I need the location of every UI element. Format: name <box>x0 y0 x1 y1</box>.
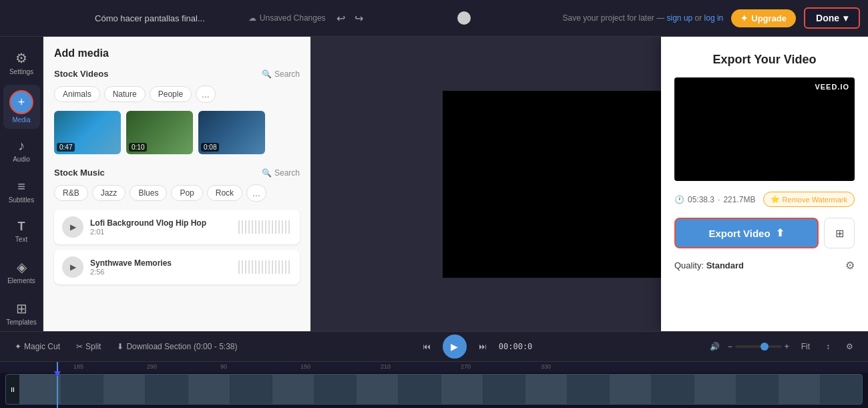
stock-music-search-button[interactable]: 🔍 Search <box>262 168 300 178</box>
grid-icon: ⊞ <box>835 227 844 240</box>
tag-rnb[interactable]: R&B <box>54 185 88 201</box>
stock-videos-header: Stock Videos 🔍 Search <box>54 69 300 79</box>
clock-icon: 🕐 <box>674 195 684 204</box>
music-info-2: Synthwave Memories 2:56 <box>90 258 232 276</box>
audio-icon: ♪ <box>18 138 25 154</box>
play-button-2[interactable]: ▶ <box>62 256 83 278</box>
track-frame-15 <box>610 375 651 404</box>
export-video-button[interactable]: Export Video ⬆ <box>674 218 819 248</box>
export-video-preview: VEED.IO <box>674 77 855 181</box>
save-project-text: Save your project for later — sign up or… <box>562 13 723 23</box>
quality-row: Quality: Standard ⚙ <box>674 259 855 272</box>
track-strip[interactable]: ⏸ <box>5 374 863 405</box>
ruler-mark-4: 210 <box>381 363 391 370</box>
done-button[interactable]: Done ▾ <box>804 7 860 29</box>
tag-nature[interactable]: Nature <box>104 86 146 102</box>
export-duration: 🕐 05:38.3 · 221.7MB <box>674 195 755 204</box>
magic-cut-button[interactable]: ✦ Magic Cut <box>11 339 64 354</box>
export-extra-button[interactable]: ⊞ <box>824 218 855 248</box>
stock-videos-search-button[interactable]: 🔍 Search <box>262 69 300 79</box>
sidebar-item-subtitles[interactable]: ≡ Subtitles <box>3 172 40 210</box>
tag-people[interactable]: People <box>150 86 192 102</box>
track-frame-13 <box>525 375 567 404</box>
elements-icon: ◈ <box>17 259 27 275</box>
zoom-control: − + <box>728 342 789 351</box>
music-list: ▶ Lofi Background Vlog Hip Hop 2:01 ▶ Sy… <box>54 210 300 284</box>
music-wave-2 <box>238 260 292 274</box>
play-pause-button[interactable]: ▶ <box>443 335 467 359</box>
track-frame-19 <box>779 375 820 404</box>
track-frame-8 <box>314 375 356 404</box>
redo-button[interactable]: ↪ <box>352 9 366 27</box>
stock-video-thumb-1[interactable]: 0:47 <box>54 111 121 154</box>
track-frame-11 <box>441 375 483 404</box>
sidebar-item-elements[interactable]: ◈ Elements <box>3 252 40 291</box>
timeline-area: ✦ Magic Cut ✂ Split ⬇ Download Section (… <box>0 331 868 408</box>
tag-pop[interactable]: Pop <box>171 185 202 201</box>
ruler-mark-0: 185 <box>73 363 83 370</box>
tag-blues[interactable]: Blues <box>130 185 167 201</box>
tag-animals[interactable]: Animals <box>54 86 100 102</box>
log-in-link[interactable]: log in <box>704 13 724 23</box>
fast-forward-button[interactable]: ⏭ <box>475 339 491 354</box>
video-duration-3: 0:08 <box>201 143 219 152</box>
track-frame-7 <box>272 375 314 404</box>
download-section-button[interactable]: ⬇ Download Section (0:00 - 5:38) <box>113 339 241 354</box>
timeline-cursor[interactable] <box>57 362 58 408</box>
upgrade-button[interactable]: ✦ Upgrade <box>731 9 796 27</box>
tag-rock[interactable]: Rock <box>207 185 242 201</box>
stock-music-header: Stock Music 🔍 Search <box>54 168 300 178</box>
undo-redo-group: ↩ ↪ <box>334 9 366 27</box>
export-modal: Export Your Video VEED.IO 🕐 05:38.3 · 22… <box>661 37 868 331</box>
sidebar-item-audio[interactable]: ♪ Audio <box>3 132 40 170</box>
ruler-mark-6: 330 <box>541 363 551 370</box>
remove-watermark-button[interactable]: ⭐ Remove Watermark <box>763 192 855 207</box>
video-duration-2: 0:10 <box>129 143 147 152</box>
video-duration-1: 0:47 <box>57 143 75 152</box>
music-duration-1: 2:01 <box>90 228 232 236</box>
sign-up-link[interactable]: sign up <box>667 13 693 23</box>
music-item-2: ▶ Synthwave Memories 2:56 <box>54 250 300 284</box>
cloud-icon: ☁ <box>248 13 256 23</box>
fit-button[interactable]: Fit <box>797 339 814 354</box>
track-frame-14 <box>568 375 609 404</box>
export-button-row: Export Video ⬆ ⊞ <box>674 218 855 248</box>
volume-adjust-button[interactable]: ↕ <box>822 339 834 354</box>
track-frame-20 <box>821 375 862 404</box>
sidebar-item-templates[interactable]: ⊞ Templates <box>3 294 40 331</box>
download-icon: ⬇ <box>117 342 124 351</box>
subtitles-icon: ≡ <box>17 179 25 194</box>
rewind-button[interactable]: ⏮ <box>419 339 435 354</box>
music-name-2: Synthwave Memories <box>90 258 232 268</box>
media-add-icon: + <box>9 90 33 114</box>
zoom-slider[interactable] <box>735 345 782 348</box>
stock-videos-tags: Animals Nature People ... <box>54 85 300 103</box>
topbar: Cómo hacer pantallas final... ☁ Unsaved … <box>0 0 868 37</box>
tag-jazz[interactable]: Jazz <box>92 185 126 201</box>
gear-icon: ⚙ <box>845 260 855 271</box>
track-frame-2 <box>61 375 103 404</box>
zoom-thumb <box>761 343 769 351</box>
split-button[interactable]: ✂ Split <box>72 339 105 354</box>
tag-more[interactable]: ... <box>196 85 216 103</box>
veed-watermark: VEED.IO <box>815 83 849 91</box>
quality-settings-button[interactable]: ⚙ <box>845 259 855 272</box>
sidebar-item-settings[interactable]: ⚙ Settings <box>3 43 40 82</box>
track-pause-btn[interactable]: ⏸ <box>6 375 19 404</box>
unsaved-badge: ☁ Unsaved Changes <box>248 13 326 23</box>
sidebar-item-text[interactable]: T Text <box>3 213 40 250</box>
stock-music-label: Stock Music <box>54 168 105 178</box>
volume-icon: 🔊 <box>710 342 720 351</box>
stock-video-thumb-2[interactable]: 0:10 <box>126 111 193 154</box>
music-info-1: Lofi Background Vlog Hip Hop 2:01 <box>90 218 232 236</box>
tag-music-more[interactable]: ... <box>246 184 266 202</box>
star-icon: ✦ <box>740 13 748 23</box>
sidebar-item-media[interactable]: + Media <box>3 85 40 129</box>
undo-button[interactable]: ↩ <box>334 9 348 27</box>
settings-button[interactable]: ⚙ <box>842 339 857 354</box>
export-modal-title: Export Your Video <box>674 53 855 67</box>
project-title: Cómo hacer pantallas final... <box>59 13 240 23</box>
play-button-1[interactable]: ▶ <box>62 216 83 238</box>
stock-video-thumb-3[interactable]: 0:08 <box>198 111 265 154</box>
music-name-1: Lofi Background Vlog Hip Hop <box>90 218 232 228</box>
